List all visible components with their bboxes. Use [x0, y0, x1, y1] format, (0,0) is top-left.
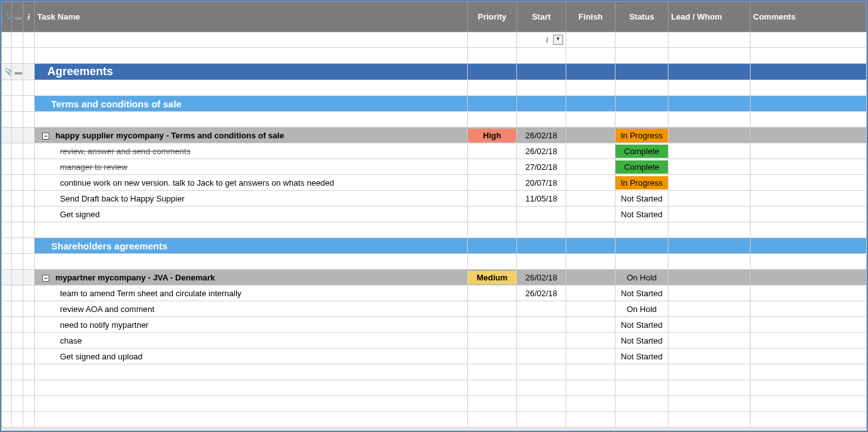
blank-row [2, 48, 867, 64]
status-complete-badge: Complete [615, 160, 668, 174]
group-task-cell[interactable]: – happy supplier mycompany - Terms and c… [35, 128, 468, 143]
priority-medium-badge: Medium [468, 271, 516, 284]
task-status[interactable]: Not Started [615, 191, 669, 207]
section-note-cell[interactable]: ▬ [12, 64, 23, 80]
task-start[interactable]: 26/02/18 [517, 285, 566, 301]
subsection-title: Shareholders agreements [35, 238, 468, 254]
project-grid: 📎 ▬ i Task Name Priority Start Finish St… [1, 1, 867, 428]
section-agreements[interactable]: 📎 ▬ Agreements [2, 64, 867, 80]
header-finish[interactable]: Finish [566, 2, 615, 32]
task-start[interactable]: 11/05/18 [517, 191, 566, 207]
task-name[interactable]: Get signed and upload [35, 349, 468, 364]
filter-note[interactable] [12, 32, 23, 48]
blank-row [2, 412, 867, 428]
group-title: mypartner mycompany - JVA - Denemark [56, 273, 215, 282]
group-status[interactable]: On Hold [615, 270, 669, 285]
header-lead[interactable]: Lead / Whom [669, 2, 751, 32]
task-start[interactable]: 26/02/18 [517, 143, 566, 159]
paperclip-icon: 📎 [4, 68, 12, 76]
group-happy-supplier[interactable]: – happy supplier mycompany - Terms and c… [2, 128, 867, 143]
task-name[interactable]: continue work on new version. talk to Ja… [35, 175, 468, 191]
column-header-row: 📎 ▬ i Task Name Priority Start Finish St… [2, 2, 867, 32]
task-name[interactable]: chase [35, 333, 468, 349]
section-attach-cell[interactable]: 📎 [2, 64, 12, 80]
note-icon: ▬ [15, 68, 22, 76]
filter-attachment[interactable] [2, 32, 12, 48]
header-status[interactable]: Status [615, 2, 669, 32]
header-note[interactable]: ▬ [12, 2, 23, 32]
task-name[interactable]: Get signed [35, 207, 468, 222]
priority-high-badge: High [468, 129, 516, 142]
paperclip-icon: 📎 [4, 13, 12, 21]
subsection-terms[interactable]: Terms and conditions of sale [2, 96, 867, 112]
header-attachment[interactable]: 📎 [2, 2, 12, 32]
blank-row [2, 254, 867, 270]
group-mypartner-jva[interactable]: – mypartner mycompany - JVA - Denemark M… [2, 270, 867, 285]
task-name: review, answer and send comments [60, 147, 191, 156]
info-icon: i [28, 12, 30, 21]
task-row[interactable]: Get signed and upload Not Started [2, 349, 867, 364]
filter-row: i ▼ [2, 32, 867, 48]
task-row[interactable]: continue work on new version. talk to Ja… [2, 175, 867, 191]
task-status[interactable]: Not Started [615, 317, 669, 333]
blank-row [2, 380, 867, 396]
status-complete-badge: Complete [615, 145, 668, 158]
task-row[interactable]: need to notify mypartner Not Started [2, 317, 867, 333]
group-priority[interactable]: Medium [468, 270, 517, 285]
filter-finish[interactable] [566, 32, 615, 48]
subsection-title: Terms and conditions of sale [35, 96, 468, 112]
task-name[interactable]: team to amend Term sheet and circulate i… [35, 285, 468, 301]
task-name[interactable]: Send Draft back to Happy Suppier [35, 191, 468, 207]
header-info[interactable]: i [23, 2, 35, 32]
group-title: happy supplier mycompany - Terms and con… [56, 131, 284, 140]
task-row[interactable]: team to amend Term sheet and circulate i… [2, 285, 867, 301]
task-start[interactable]: 20/07/18 [517, 175, 566, 191]
task-name[interactable]: need to notify mypartner [35, 317, 468, 333]
group-priority[interactable]: High [468, 128, 517, 143]
header-comments[interactable]: Comments [751, 2, 867, 32]
header-task[interactable]: Task Name [35, 2, 468, 32]
task-row[interactable]: chase Not Started [2, 333, 867, 349]
group-start[interactable]: 26/02/18 [517, 270, 566, 285]
task-start[interactable]: 27/02/18 [517, 159, 566, 175]
task-status[interactable]: Not Started [615, 333, 669, 349]
task-status[interactable]: On Hold [615, 301, 669, 317]
subsection-shareholders[interactable]: Shareholders agreements [2, 238, 867, 254]
collapse-toggle[interactable]: – [42, 133, 49, 140]
group-status[interactable]: In Progress [615, 128, 669, 143]
filter-dropdown-button[interactable]: ▼ [553, 35, 563, 45]
task-status[interactable]: Not Started [615, 349, 669, 364]
status-in-progress-badge: In Progress [615, 129, 668, 142]
section-title: Agreements [35, 64, 468, 80]
task-row[interactable]: Get signed Not Started [2, 207, 867, 222]
collapse-toggle[interactable]: – [42, 275, 49, 282]
blank-row [2, 222, 867, 238]
group-task-cell[interactable]: – mypartner mycompany - JVA - Denemark [35, 270, 468, 285]
header-start[interactable]: Start [517, 2, 566, 32]
blank-row [2, 112, 867, 128]
blank-row [2, 80, 867, 96]
filter-status[interactable] [615, 32, 669, 48]
filter-lead[interactable] [669, 32, 751, 48]
group-start[interactable]: 26/02/18 [517, 128, 566, 143]
filter-hint-icon: i [546, 35, 549, 44]
task-status[interactable]: Not Started [615, 207, 669, 222]
filter-comments[interactable] [751, 32, 867, 48]
task-name[interactable]: review AOA and comment [35, 301, 468, 317]
header-priority[interactable]: Priority [468, 2, 517, 32]
filter-priority[interactable] [468, 32, 517, 48]
filter-task[interactable] [35, 32, 468, 48]
task-name: manager to review [60, 162, 128, 172]
task-row[interactable]: review AOA and comment On Hold [2, 301, 867, 317]
task-row[interactable]: Send Draft back to Happy Suppier 11/05/1… [2, 191, 867, 207]
blank-row [2, 364, 867, 380]
note-icon: ▬ [15, 13, 22, 21]
task-row[interactable]: review, answer and send comments 26/02/1… [2, 143, 867, 159]
filter-start[interactable]: i ▼ [517, 32, 566, 48]
task-row[interactable]: manager to review 27/02/18 Complete [2, 159, 867, 175]
status-in-progress-badge: In Progress [615, 176, 668, 189]
blank-row [2, 396, 867, 412]
task-status[interactable]: Not Started [615, 285, 669, 301]
filter-info[interactable] [23, 32, 35, 48]
